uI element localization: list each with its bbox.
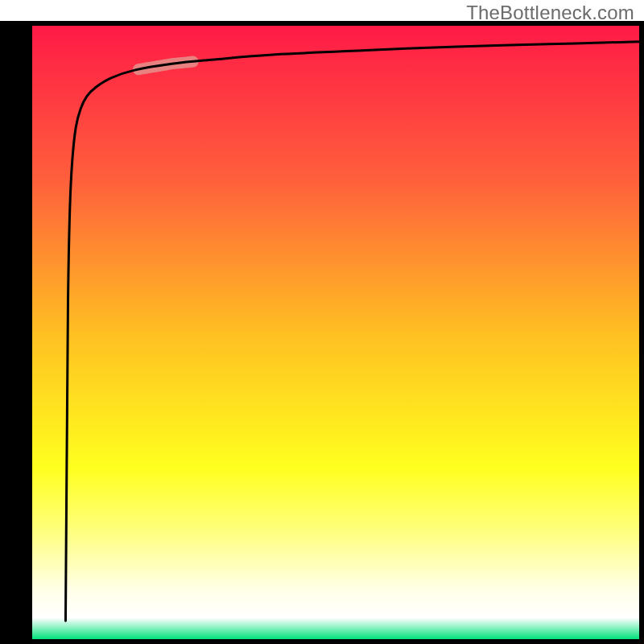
chart-canvas: TheBottleneck.com <box>0 0 644 644</box>
gradient-background <box>32 26 639 639</box>
frame-bottom <box>32 639 644 644</box>
frame-left <box>0 21 32 644</box>
watermark-label: TheBottleneck.com <box>466 2 634 24</box>
frame-right <box>639 21 644 644</box>
chart-svg <box>0 0 644 644</box>
